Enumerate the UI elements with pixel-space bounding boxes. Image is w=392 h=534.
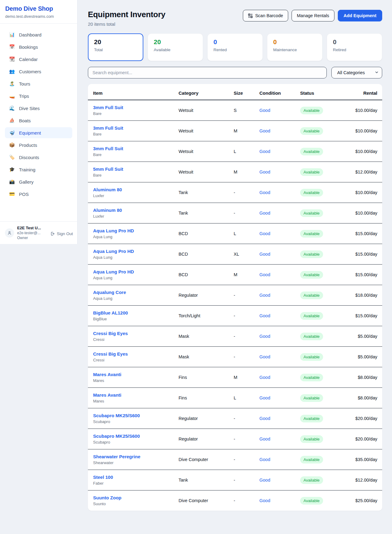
- item-name-link[interactable]: 3mm Full Suit: [93, 125, 179, 131]
- sidebar-item-label: Dive Sites: [19, 106, 40, 111]
- category-select-wrap: All Categories: [331, 67, 382, 78]
- item-name-link[interactable]: Suunto Zoop: [93, 495, 179, 500]
- sidebar-item-trips[interactable]: 🚤 Trips: [5, 90, 72, 101]
- item-brand: Mares: [93, 378, 179, 383]
- condition-link[interactable]: Good: [259, 375, 270, 380]
- item-name-link[interactable]: Steel 100: [93, 475, 179, 480]
- stat-card-retired[interactable]: 0 Retired: [327, 33, 382, 61]
- sidebar-item-label: Boats: [19, 118, 31, 123]
- condition-link[interactable]: Good: [259, 437, 270, 441]
- item-name-link[interactable]: Cressi Big Eyes: [93, 351, 179, 357]
- item-name-link[interactable]: Aluminum 80: [93, 208, 179, 213]
- item-brand: BigBlue: [93, 317, 179, 321]
- add-equipment-button[interactable]: Add Equipment: [338, 10, 382, 21]
- equipment-table: Item Category Size Condition Status Rent…: [88, 84, 382, 511]
- sidebar-item-boats[interactable]: ⛵ Boats: [5, 115, 72, 126]
- stat-card-rented[interactable]: 0 Rented: [207, 33, 263, 61]
- item-name-link[interactable]: Aqua Lung Pro HD: [93, 228, 179, 233]
- item-name-link[interactable]: 3mm Full Suit: [93, 146, 179, 151]
- item-name-link[interactable]: Cressi Big Eyes: [93, 331, 179, 336]
- condition-link[interactable]: Good: [259, 313, 270, 318]
- condition-link[interactable]: Good: [259, 478, 270, 483]
- sidebar-item-equipment[interactable]: 🤿 Equipment: [5, 127, 72, 138]
- status-badge: Available: [300, 148, 323, 155]
- condition-link[interactable]: Good: [259, 190, 270, 195]
- condition-link[interactable]: Good: [259, 170, 270, 174]
- condition-link[interactable]: Good: [259, 395, 270, 400]
- item-category: BCD: [179, 223, 234, 244]
- sidebar-item-gallery[interactable]: 📸 Gallery: [5, 176, 72, 187]
- status-badge: Available: [300, 497, 323, 505]
- item-name-link[interactable]: Shearwater Peregrine: [93, 454, 179, 459]
- table-row: Mares Avanti Mares Fins L Good Available…: [88, 388, 382, 408]
- sign-out-button[interactable]: Sign Out: [50, 231, 73, 236]
- table-row: Scubapro MK25/S600 Scubapro Regulator - …: [88, 408, 382, 429]
- manage-rentals-button[interactable]: Manage Rentals: [292, 10, 334, 21]
- condition-link[interactable]: Good: [259, 231, 270, 236]
- condition-link[interactable]: Good: [259, 416, 270, 421]
- item-name-link[interactable]: BigBlue AL1200: [93, 310, 179, 315]
- sidebar-item-dive-sites[interactable]: 🌊 Dive Sites: [5, 103, 72, 114]
- item-name-link[interactable]: Aqua Lung Pro HD: [93, 269, 179, 274]
- sidebar-item-customers[interactable]: 👥 Customers: [5, 66, 72, 77]
- item-name-link[interactable]: Aqualung Core: [93, 290, 179, 295]
- sidebar-item-label: Equipment: [19, 130, 41, 135]
- item-size: L: [234, 223, 259, 244]
- search-input[interactable]: [88, 67, 327, 78]
- condition-link[interactable]: Good: [259, 252, 270, 257]
- condition-link[interactable]: Good: [259, 128, 270, 133]
- sidebar-item-training[interactable]: 🎓 Training: [5, 164, 72, 175]
- condition-link[interactable]: Good: [259, 149, 270, 154]
- category-select[interactable]: All Categories: [331, 67, 382, 78]
- pos-icon: 💳: [9, 191, 15, 197]
- condition-link[interactable]: Good: [259, 498, 270, 503]
- item-brand: Aqua Lung: [93, 276, 179, 280]
- add-equipment-label: Add Equipment: [344, 13, 376, 18]
- item-name-link[interactable]: Mares Avanti: [93, 372, 179, 377]
- item-name-link[interactable]: Scubapro MK25/S600: [93, 413, 179, 418]
- sidebar-item-pos[interactable]: 💳 POS: [5, 189, 72, 200]
- sidebar-item-products[interactable]: 📦 Products: [5, 139, 72, 151]
- item-name-link[interactable]: Scubapro MK25/S600: [93, 433, 179, 439]
- sidebar-item-bookings[interactable]: 📅 Bookings: [5, 41, 72, 52]
- item-brand: Bare: [93, 173, 179, 177]
- item-brand: Cressi: [93, 358, 179, 362]
- item-category: Dive Computer: [179, 449, 234, 470]
- scan-barcode-button[interactable]: Scan Barcode: [243, 10, 288, 21]
- condition-link[interactable]: Good: [259, 211, 270, 216]
- condition-link[interactable]: Good: [259, 457, 270, 462]
- item-category: Regulator: [179, 408, 234, 429]
- sidebar-item-calendar[interactable]: 📆 Calendar: [5, 54, 72, 65]
- item-brand: Scubapro: [93, 419, 179, 424]
- condition-link[interactable]: Good: [259, 293, 270, 298]
- condition-link[interactable]: Good: [259, 354, 270, 359]
- table-row: Scubapro MK25/S600 Scubapro Regulator - …: [88, 429, 382, 449]
- item-brand: Suunto: [93, 502, 179, 506]
- equipment-table-card: Item Category Size Condition Status Rent…: [88, 84, 382, 511]
- item-name-link[interactable]: Aqua Lung Pro HD: [93, 249, 179, 254]
- item-size: -: [234, 285, 259, 306]
- stat-label: Retired: [333, 48, 376, 52]
- tours-icon: 🏝️: [9, 81, 15, 86]
- stat-label: Total: [94, 48, 137, 52]
- stats-row: 20 Total 20 Available 0 Rented 0 Mainten…: [88, 33, 382, 61]
- status-badge: Available: [300, 456, 323, 463]
- item-rental: $10.00/day: [339, 141, 382, 162]
- sidebar-item-tours[interactable]: 🏝️ Tours: [5, 78, 72, 89]
- sidebar-item-discounts[interactable]: 🏷️ Discounts: [5, 152, 72, 163]
- sidebar-item-dashboard[interactable]: 📊 Dashboard: [5, 29, 72, 40]
- condition-link[interactable]: Good: [259, 334, 270, 339]
- item-rental: $15.00/day: [339, 223, 382, 244]
- condition-link[interactable]: Good: [259, 108, 270, 113]
- products-icon: 📦: [9, 142, 15, 148]
- stat-card-available[interactable]: 20 Available: [148, 33, 203, 61]
- item-name-link[interactable]: Mares Avanti: [93, 392, 179, 398]
- item-name-link[interactable]: 5mm Full Suit: [93, 166, 179, 172]
- item-name-link[interactable]: 3mm Full Suit: [93, 105, 179, 110]
- condition-link[interactable]: Good: [259, 272, 270, 277]
- stat-card-total[interactable]: 20 Total: [88, 33, 143, 61]
- page-title: Equipment Inventory: [88, 10, 165, 19]
- stat-card-maintenance[interactable]: 0 Maintenance: [267, 33, 322, 61]
- item-category: Fins: [179, 388, 234, 408]
- item-name-link[interactable]: Aluminum 80: [93, 187, 179, 192]
